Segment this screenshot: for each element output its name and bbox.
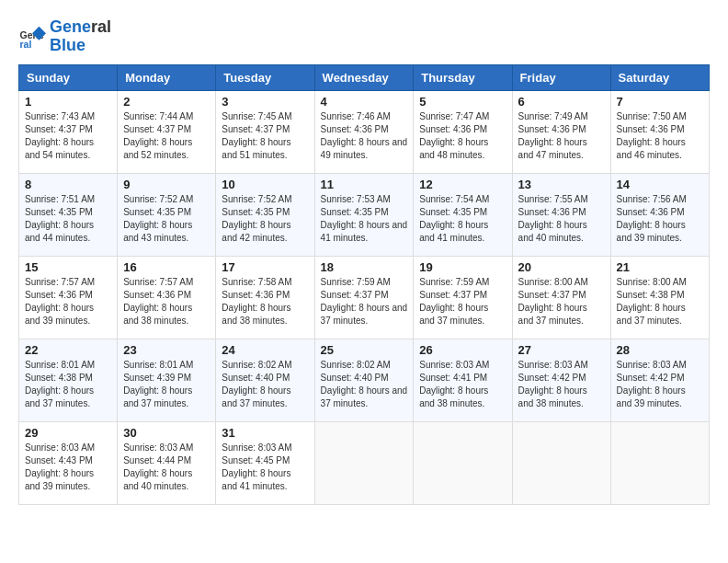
- day-number: 6: [518, 95, 605, 109]
- calendar-cell: 6 Sunrise: 7:49 AM Sunset: 4:36 PM Dayli…: [512, 90, 610, 173]
- calendar-cell: 30 Sunrise: 8:03 AM Sunset: 4:44 PM Dayl…: [118, 421, 216, 504]
- calendar-cell: 13 Sunrise: 7:55 AM Sunset: 4:36 PM Dayl…: [512, 173, 610, 256]
- day-info: Sunrise: 7:55 AM Sunset: 4:36 PM Dayligh…: [518, 194, 588, 243]
- day-info: Sunrise: 7:56 AM Sunset: 4:36 PM Dayligh…: [617, 194, 687, 243]
- calendar-cell: 16 Sunrise: 7:57 AM Sunset: 4:36 PM Dayl…: [118, 256, 216, 339]
- day-info: Sunrise: 7:47 AM Sunset: 4:36 PM Dayligh…: [419, 111, 489, 160]
- calendar-cell: [414, 421, 512, 504]
- calendar-cell: 23 Sunrise: 8:01 AM Sunset: 4:39 PM Dayl…: [118, 339, 216, 421]
- logo-text: GeneralBlue: [50, 18, 111, 55]
- calendar-cell: 24 Sunrise: 8:02 AM Sunset: 4:40 PM Dayl…: [216, 339, 314, 421]
- calendar-cell: 7 Sunrise: 7:50 AM Sunset: 4:36 PM Dayli…: [610, 90, 709, 173]
- day-header-monday: Monday: [118, 64, 216, 90]
- logo: Gene ral GeneralBlue: [18, 18, 111, 55]
- day-header-sunday: Sunday: [19, 64, 118, 90]
- day-number: 21: [617, 260, 703, 274]
- calendar-cell: [610, 421, 709, 504]
- day-info: Sunrise: 7:59 AM Sunset: 4:37 PM Dayligh…: [419, 277, 489, 326]
- day-info: Sunrise: 8:03 AM Sunset: 4:42 PM Dayligh…: [617, 360, 687, 408]
- day-info: Sunrise: 8:02 AM Sunset: 4:40 PM Dayligh…: [321, 360, 408, 408]
- page-header: Gene ral GeneralBlue: [18, 18, 710, 55]
- day-info: Sunrise: 7:51 AM Sunset: 4:35 PM Dayligh…: [25, 194, 95, 243]
- calendar-week-4: 22 Sunrise: 8:01 AM Sunset: 4:38 PM Dayl…: [19, 339, 710, 421]
- calendar-cell: 26 Sunrise: 8:03 AM Sunset: 4:41 PM Dayl…: [414, 339, 512, 421]
- day-number: 29: [25, 426, 111, 440]
- day-number: 13: [518, 178, 605, 191]
- calendar-week-5: 29 Sunrise: 8:03 AM Sunset: 4:43 PM Dayl…: [19, 421, 710, 504]
- calendar-cell: 5 Sunrise: 7:47 AM Sunset: 4:36 PM Dayli…: [414, 90, 512, 173]
- calendar-cell: 25 Sunrise: 8:02 AM Sunset: 4:40 PM Dayl…: [314, 339, 414, 421]
- calendar-cell: 31 Sunrise: 8:03 AM Sunset: 4:45 PM Dayl…: [216, 421, 314, 504]
- day-header-thursday: Thursday: [414, 64, 512, 90]
- day-number: 2: [123, 95, 210, 109]
- day-info: Sunrise: 7:54 AM Sunset: 4:35 PM Dayligh…: [419, 194, 489, 243]
- day-info: Sunrise: 7:46 AM Sunset: 4:36 PM Dayligh…: [321, 111, 408, 160]
- day-info: Sunrise: 8:01 AM Sunset: 4:39 PM Dayligh…: [123, 360, 193, 408]
- calendar-cell: 28 Sunrise: 8:03 AM Sunset: 4:42 PM Dayl…: [610, 339, 709, 421]
- day-number: 16: [123, 260, 210, 274]
- day-number: 24: [222, 343, 308, 357]
- calendar-week-3: 15 Sunrise: 7:57 AM Sunset: 4:36 PM Dayl…: [19, 256, 710, 339]
- day-header-saturday: Saturday: [610, 64, 709, 90]
- calendar-cell: 21 Sunrise: 8:00 AM Sunset: 4:38 PM Dayl…: [610, 256, 709, 339]
- day-header-tuesday: Tuesday: [216, 64, 314, 90]
- calendar-cell: 18 Sunrise: 7:59 AM Sunset: 4:37 PM Dayl…: [314, 256, 414, 339]
- day-number: 12: [419, 178, 506, 191]
- day-info: Sunrise: 8:01 AM Sunset: 4:38 PM Dayligh…: [25, 360, 95, 408]
- day-info: Sunrise: 7:45 AM Sunset: 4:37 PM Dayligh…: [222, 111, 291, 160]
- calendar-cell: 19 Sunrise: 7:59 AM Sunset: 4:37 PM Dayl…: [414, 256, 512, 339]
- calendar-cell: [512, 421, 610, 504]
- day-info: Sunrise: 8:03 AM Sunset: 4:43 PM Dayligh…: [25, 442, 95, 491]
- day-info: Sunrise: 7:57 AM Sunset: 4:36 PM Dayligh…: [123, 277, 193, 326]
- day-number: 17: [222, 260, 308, 274]
- day-number: 15: [25, 260, 111, 274]
- calendar-cell: 1 Sunrise: 7:43 AM Sunset: 4:37 PM Dayli…: [19, 90, 118, 173]
- day-info: Sunrise: 7:43 AM Sunset: 4:37 PM Dayligh…: [25, 111, 95, 160]
- day-number: 31: [222, 426, 308, 440]
- day-info: Sunrise: 7:53 AM Sunset: 4:35 PM Dayligh…: [321, 194, 408, 243]
- day-info: Sunrise: 8:03 AM Sunset: 4:41 PM Dayligh…: [419, 360, 489, 408]
- calendar-cell: 3 Sunrise: 7:45 AM Sunset: 4:37 PM Dayli…: [216, 90, 314, 173]
- day-number: 14: [617, 178, 703, 191]
- day-info: Sunrise: 8:00 AM Sunset: 4:38 PM Dayligh…: [617, 277, 687, 326]
- day-info: Sunrise: 8:02 AM Sunset: 4:40 PM Dayligh…: [222, 360, 291, 408]
- calendar-cell: 27 Sunrise: 8:03 AM Sunset: 4:42 PM Dayl…: [512, 339, 610, 421]
- calendar-cell: 10 Sunrise: 7:52 AM Sunset: 4:35 PM Dayl…: [216, 173, 314, 256]
- calendar-cell: 12 Sunrise: 7:54 AM Sunset: 4:35 PM Dayl…: [414, 173, 512, 256]
- day-info: Sunrise: 7:59 AM Sunset: 4:37 PM Dayligh…: [321, 277, 408, 326]
- day-info: Sunrise: 7:52 AM Sunset: 4:35 PM Dayligh…: [222, 194, 291, 243]
- calendar-cell: 9 Sunrise: 7:52 AM Sunset: 4:35 PM Dayli…: [118, 173, 216, 256]
- day-number: 1: [25, 95, 111, 109]
- day-header-friday: Friday: [512, 64, 610, 90]
- day-number: 23: [123, 343, 210, 357]
- day-number: 25: [321, 343, 408, 357]
- day-info: Sunrise: 7:50 AM Sunset: 4:36 PM Dayligh…: [617, 111, 687, 160]
- day-number: 19: [419, 260, 506, 274]
- calendar-week-1: 1 Sunrise: 7:43 AM Sunset: 4:37 PM Dayli…: [19, 90, 710, 173]
- day-info: Sunrise: 8:03 AM Sunset: 4:42 PM Dayligh…: [518, 360, 588, 408]
- day-info: Sunrise: 7:49 AM Sunset: 4:36 PM Dayligh…: [518, 111, 588, 160]
- day-number: 18: [321, 260, 408, 274]
- day-number: 8: [25, 178, 111, 191]
- day-number: 10: [222, 178, 308, 191]
- calendar-cell: 22 Sunrise: 8:01 AM Sunset: 4:38 PM Dayl…: [19, 339, 118, 421]
- calendar-cell: 29 Sunrise: 8:03 AM Sunset: 4:43 PM Dayl…: [19, 421, 118, 504]
- day-number: 26: [419, 343, 506, 357]
- calendar-cell: 8 Sunrise: 7:51 AM Sunset: 4:35 PM Dayli…: [19, 173, 118, 256]
- day-info: Sunrise: 8:03 AM Sunset: 4:45 PM Dayligh…: [222, 442, 291, 491]
- day-info: Sunrise: 7:57 AM Sunset: 4:36 PM Dayligh…: [25, 277, 95, 326]
- day-number: 4: [321, 95, 408, 109]
- calendar-cell: 2 Sunrise: 7:44 AM Sunset: 4:37 PM Dayli…: [118, 90, 216, 173]
- calendar-cell: 17 Sunrise: 7:58 AM Sunset: 4:36 PM Dayl…: [216, 256, 314, 339]
- day-number: 11: [321, 178, 408, 191]
- day-info: Sunrise: 8:00 AM Sunset: 4:37 PM Dayligh…: [518, 277, 588, 326]
- day-number: 3: [222, 95, 308, 109]
- calendar-cell: 20 Sunrise: 8:00 AM Sunset: 4:37 PM Dayl…: [512, 256, 610, 339]
- calendar-cell: 11 Sunrise: 7:53 AM Sunset: 4:35 PM Dayl…: [314, 173, 414, 256]
- calendar-week-2: 8 Sunrise: 7:51 AM Sunset: 4:35 PM Dayli…: [19, 173, 710, 256]
- day-number: 20: [518, 260, 605, 274]
- day-info: Sunrise: 8:03 AM Sunset: 4:44 PM Dayligh…: [123, 442, 193, 491]
- day-number: 7: [617, 95, 703, 109]
- day-header-wednesday: Wednesday: [314, 64, 414, 90]
- day-number: 9: [123, 178, 210, 191]
